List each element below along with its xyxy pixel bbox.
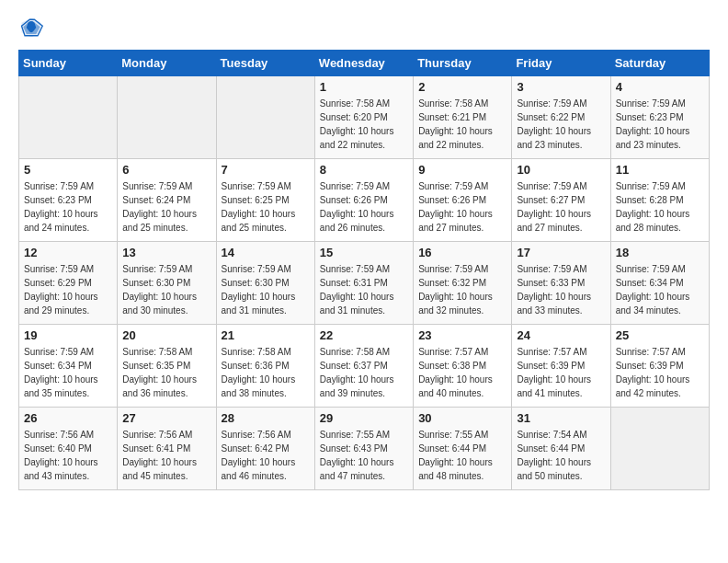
day-number: 24	[517, 328, 605, 342]
day-number: 20	[122, 328, 210, 342]
day-info: Sunrise: 7:59 AMSunset: 6:25 PMDaylight:…	[222, 179, 310, 235]
calendar-cell: 20Sunrise: 7:58 AMSunset: 6:35 PMDayligh…	[118, 325, 216, 408]
day-info: Sunrise: 7:58 AMSunset: 6:20 PMDaylight:…	[320, 97, 408, 152]
calendar-cell: 16Sunrise: 7:59 AMSunset: 6:32 PMDayligh…	[414, 242, 512, 325]
day-number: 13	[122, 246, 210, 259]
day-number: 29	[320, 411, 408, 425]
calendar-cell: 28Sunrise: 7:56 AMSunset: 6:42 PMDayligh…	[216, 408, 314, 490]
day-info: Sunrise: 7:59 AMSunset: 6:23 PMDaylight:…	[24, 179, 112, 235]
calendar-cell: 27Sunrise: 7:56 AMSunset: 6:41 PMDayligh…	[118, 408, 216, 490]
day-info: Sunrise: 7:59 AMSunset: 6:23 PMDaylight:…	[616, 97, 704, 152]
logo	[18, 15, 48, 40]
day-info: Sunrise: 7:54 AMSunset: 6:44 PMDaylight:…	[517, 428, 605, 483]
day-info: Sunrise: 7:55 AMSunset: 6:43 PMDaylight:…	[320, 428, 408, 483]
calendar-cell: 11Sunrise: 7:59 AMSunset: 6:28 PMDayligh…	[610, 159, 709, 242]
calendar-cell: 18Sunrise: 7:59 AMSunset: 6:34 PMDayligh…	[610, 242, 709, 325]
day-info: Sunrise: 7:57 AMSunset: 6:39 PMDaylight:…	[517, 345, 605, 400]
day-info: Sunrise: 7:59 AMSunset: 6:27 PMDaylight:…	[517, 179, 605, 235]
day-info: Sunrise: 7:57 AMSunset: 6:39 PMDaylight:…	[616, 345, 704, 400]
calendar-cell: 19Sunrise: 7:59 AMSunset: 6:34 PMDayligh…	[19, 325, 118, 408]
calendar-cell: 4Sunrise: 7:59 AMSunset: 6:23 PMDaylight…	[610, 76, 709, 159]
calendar-cell: 8Sunrise: 7:59 AMSunset: 6:26 PMDaylight…	[314, 159, 413, 242]
day-number: 8	[320, 163, 408, 177]
day-number: 5	[24, 163, 112, 177]
day-number: 7	[222, 163, 310, 177]
day-info: Sunrise: 7:59 AMSunset: 6:30 PMDaylight:…	[222, 262, 310, 317]
calendar-cell: 10Sunrise: 7:59 AMSunset: 6:27 PMDayligh…	[512, 159, 610, 242]
day-number: 25	[616, 328, 704, 342]
calendar-cell: 31Sunrise: 7:54 AMSunset: 6:44 PMDayligh…	[512, 408, 610, 490]
calendar-cell: 22Sunrise: 7:58 AMSunset: 6:37 PMDayligh…	[314, 325, 413, 408]
calendar-week-2: 5Sunrise: 7:59 AMSunset: 6:23 PMDaylight…	[19, 159, 710, 242]
calendar-cell: 5Sunrise: 7:59 AMSunset: 6:23 PMDaylight…	[19, 159, 118, 242]
calendar-cell: 12Sunrise: 7:59 AMSunset: 6:29 PMDayligh…	[19, 242, 118, 325]
day-number: 23	[418, 328, 506, 342]
day-number: 17	[517, 246, 605, 259]
day-header-saturday: Saturday	[610, 51, 709, 76]
day-info: Sunrise: 7:59 AMSunset: 6:34 PMDaylight:…	[616, 262, 704, 317]
day-number: 18	[616, 246, 704, 259]
day-info: Sunrise: 7:58 AMSunset: 6:21 PMDaylight:…	[418, 97, 506, 152]
day-header-sunday: Sunday	[19, 51, 118, 76]
day-info: Sunrise: 7:57 AMSunset: 6:38 PMDaylight:…	[418, 345, 506, 400]
day-number: 27	[122, 411, 210, 425]
day-number: 1	[320, 80, 408, 94]
calendar-cell: 7Sunrise: 7:59 AMSunset: 6:25 PMDaylight…	[216, 159, 314, 242]
day-header-thursday: Thursday	[414, 51, 512, 76]
day-number: 2	[418, 80, 506, 94]
day-info: Sunrise: 7:56 AMSunset: 6:41 PMDaylight:…	[122, 428, 210, 483]
day-info: Sunrise: 7:59 AMSunset: 6:31 PMDaylight:…	[320, 262, 408, 317]
calendar-header-row: SundayMondayTuesdayWednesdayThursdayFrid…	[19, 51, 710, 76]
day-number: 22	[320, 328, 408, 342]
calendar-cell: 25Sunrise: 7:57 AMSunset: 6:39 PMDayligh…	[610, 325, 709, 408]
day-info: Sunrise: 7:55 AMSunset: 6:44 PMDaylight:…	[418, 428, 506, 483]
calendar-cell: 13Sunrise: 7:59 AMSunset: 6:30 PMDayligh…	[118, 242, 216, 325]
day-number: 4	[616, 80, 704, 94]
calendar-cell: 17Sunrise: 7:59 AMSunset: 6:33 PMDayligh…	[512, 242, 610, 325]
day-info: Sunrise: 7:56 AMSunset: 6:42 PMDaylight:…	[222, 428, 310, 483]
day-number: 3	[517, 80, 605, 94]
calendar-cell: 24Sunrise: 7:57 AMSunset: 6:39 PMDayligh…	[512, 325, 610, 408]
calendar-cell: 6Sunrise: 7:59 AMSunset: 6:24 PMDaylight…	[118, 159, 216, 242]
day-info: Sunrise: 7:59 AMSunset: 6:34 PMDaylight:…	[24, 345, 112, 400]
calendar-cell: 1Sunrise: 7:58 AMSunset: 6:20 PMDaylight…	[314, 76, 413, 159]
calendar-cell: 23Sunrise: 7:57 AMSunset: 6:38 PMDayligh…	[414, 325, 512, 408]
day-number: 30	[418, 411, 506, 425]
calendar-cell: 21Sunrise: 7:58 AMSunset: 6:36 PMDayligh…	[216, 325, 314, 408]
day-info: Sunrise: 7:59 AMSunset: 6:29 PMDaylight:…	[24, 262, 112, 317]
calendar-cell: 9Sunrise: 7:59 AMSunset: 6:26 PMDaylight…	[414, 159, 512, 242]
calendar-cell	[19, 76, 118, 159]
calendar-cell	[610, 408, 709, 490]
page-header	[18, 15, 710, 40]
calendar-cell: 3Sunrise: 7:59 AMSunset: 6:22 PMDaylight…	[512, 76, 610, 159]
day-info: Sunrise: 7:58 AMSunset: 6:37 PMDaylight:…	[320, 345, 408, 400]
day-info: Sunrise: 7:59 AMSunset: 6:24 PMDaylight:…	[122, 179, 210, 235]
day-info: Sunrise: 7:59 AMSunset: 6:30 PMDaylight:…	[122, 262, 210, 317]
day-info: Sunrise: 7:59 AMSunset: 6:22 PMDaylight:…	[517, 97, 605, 152]
day-header-friday: Friday	[512, 51, 610, 76]
day-info: Sunrise: 7:59 AMSunset: 6:26 PMDaylight:…	[418, 179, 506, 235]
day-number: 21	[222, 328, 310, 342]
calendar-cell: 29Sunrise: 7:55 AMSunset: 6:43 PMDayligh…	[314, 408, 413, 490]
day-info: Sunrise: 7:59 AMSunset: 6:33 PMDaylight:…	[517, 262, 605, 317]
calendar-week-3: 12Sunrise: 7:59 AMSunset: 6:29 PMDayligh…	[19, 242, 710, 325]
calendar-week-4: 19Sunrise: 7:59 AMSunset: 6:34 PMDayligh…	[19, 325, 710, 408]
day-header-wednesday: Wednesday	[314, 51, 413, 76]
calendar-cell	[118, 76, 216, 159]
day-number: 10	[517, 163, 605, 177]
day-number: 11	[616, 163, 704, 177]
calendar-cell: 2Sunrise: 7:58 AMSunset: 6:21 PMDaylight…	[414, 76, 512, 159]
day-header-monday: Monday	[118, 51, 216, 76]
day-number: 6	[122, 163, 210, 177]
calendar-cell	[216, 76, 314, 159]
day-info: Sunrise: 7:58 AMSunset: 6:36 PMDaylight:…	[222, 345, 310, 400]
calendar-cell: 30Sunrise: 7:55 AMSunset: 6:44 PMDayligh…	[414, 408, 512, 490]
day-number: 26	[24, 411, 112, 425]
day-info: Sunrise: 7:59 AMSunset: 6:28 PMDaylight:…	[616, 179, 704, 235]
day-info: Sunrise: 7:59 AMSunset: 6:26 PMDaylight:…	[320, 179, 408, 235]
day-number: 12	[24, 246, 112, 259]
logo-icon	[18, 15, 44, 40]
calendar-cell: 26Sunrise: 7:56 AMSunset: 6:40 PMDayligh…	[19, 408, 118, 490]
day-number: 16	[418, 246, 506, 259]
calendar-week-5: 26Sunrise: 7:56 AMSunset: 6:40 PMDayligh…	[19, 408, 710, 490]
